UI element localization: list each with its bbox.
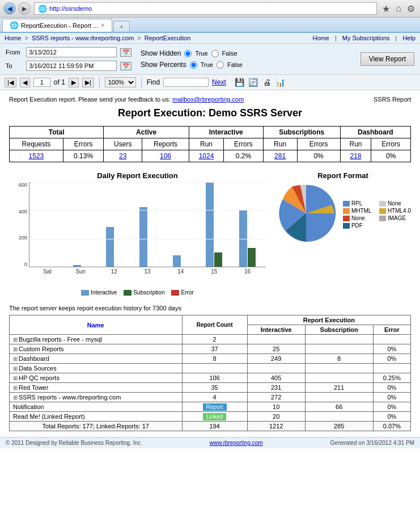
report-email-link[interactable]: mailbox@rbreporting.com	[172, 96, 244, 103]
nav-home[interactable]: Home	[313, 35, 329, 41]
col-active: Active	[104, 127, 189, 138]
address-bar[interactable]: 🌐 http://ssrsdemo	[34, 2, 377, 15]
from-input[interactable]	[26, 47, 117, 57]
from-calendar-button[interactable]: 📅	[120, 48, 131, 57]
row-notification-interactive: 10	[247, 402, 305, 412]
sub-run3: Run	[340, 138, 371, 150]
legend-html4-color	[379, 208, 386, 214]
sub-errors4: Errors	[371, 138, 411, 150]
forward-button[interactable]: ▶	[18, 2, 31, 15]
percents-false-label: False	[227, 61, 243, 68]
sub-users: Users	[104, 138, 142, 150]
export-icon[interactable]: 💾	[234, 77, 245, 88]
val-run3[interactable]: 218	[340, 150, 371, 162]
total-count: 194	[182, 422, 247, 431]
row-custom-interactive: 25	[247, 344, 305, 354]
to-label: To	[6, 62, 23, 69]
data-col-error: Error	[373, 325, 410, 335]
page-number-input[interactable]	[33, 78, 50, 87]
legend-mhtml: MHTML	[343, 208, 375, 214]
tab-new[interactable]: +	[113, 21, 129, 32]
val-users[interactable]: 23	[104, 150, 142, 162]
table-row: ⊞Dashboard 8 249 8 0%	[10, 354, 411, 364]
prev-page-button[interactable]: ◀	[20, 78, 30, 87]
zoom-select[interactable]: 100% 75% 50%	[105, 77, 136, 87]
bar-15-subscription	[214, 252, 222, 267]
breadcrumb-ssrs[interactable]: SSRS reports - www.rbreporting.com	[32, 35, 134, 41]
breadcrumb-home[interactable]: Home	[5, 35, 21, 41]
view-report-button[interactable]: View Report	[360, 52, 414, 66]
browser-titlebar: ◀ ▶ 🌐 http://ssrsdemo ★ ⌂ ⚙	[0, 0, 420, 18]
toolbar-icons: 💾 🔄 🖨 📊	[234, 77, 286, 88]
val-reports[interactable]: 106	[142, 150, 189, 162]
val-requests[interactable]: 1523	[10, 150, 63, 162]
favorites-icon[interactable]: ★	[380, 3, 392, 14]
val-run2[interactable]: 281	[263, 150, 297, 162]
row-hpqc-subscription	[305, 373, 373, 383]
percents-false-radio[interactable]	[217, 61, 224, 69]
view-icon[interactable]: 📊	[275, 77, 286, 88]
pie-chart-title: Report Format	[275, 171, 411, 180]
last-page-button[interactable]: ▶|	[82, 78, 94, 87]
xlabel-14: 14	[166, 268, 196, 275]
row-redtower-interactive: 231	[247, 383, 305, 393]
xlabel-sun: Sun	[66, 268, 96, 275]
hidden-false-label: False	[222, 50, 237, 57]
footer-right: Generated on 3/16/2012 4:31 PM	[330, 440, 414, 446]
find-input[interactable]	[163, 78, 209, 87]
back-button[interactable]: ◀	[3, 2, 16, 15]
legend-image-color	[379, 216, 386, 221]
to-calendar-button[interactable]: 📅	[120, 62, 131, 70]
tab-active[interactable]: 🌐 ReportExecution - Report ... ✕	[2, 19, 112, 32]
charts-area: Daily Report Execution 600 400 200 0	[9, 171, 411, 296]
table-row: ⊞HP QC reports 106 405 0.25%	[10, 373, 411, 383]
nav-help[interactable]: Help	[402, 35, 415, 41]
table-row: ⊞SSRS reports - www.rbreporting.com 4 27…	[10, 393, 411, 402]
data-col-execution: Report Execution	[247, 315, 410, 325]
tab-close-icon[interactable]: ✕	[100, 22, 105, 28]
report-title: Report Execution: Demo SSRS Server	[9, 107, 411, 119]
next-page-button[interactable]: ▶	[69, 78, 79, 87]
browser-controls: ◀ ▶	[3, 2, 31, 15]
refresh-icon[interactable]: 🔄	[248, 77, 259, 88]
home-icon[interactable]: ⌂	[394, 3, 403, 14]
report-header-info: Report Execution report. Please send you…	[9, 96, 411, 103]
row-notification-count: Report	[182, 402, 247, 412]
legend-rpl-color	[343, 201, 350, 207]
footer-link[interactable]: www.rbreporting.com	[210, 440, 263, 446]
browser-actions: ★ ⌂ ⚙	[380, 3, 417, 14]
table-row: ⊞Red Tower 35 231 211 0%	[10, 383, 411, 393]
legend-mhtml-color	[343, 208, 350, 214]
to-input[interactable]	[26, 61, 117, 71]
percents-true-label: True	[201, 61, 213, 68]
bar-14	[166, 255, 196, 267]
xlabel-13: 13	[133, 268, 163, 275]
col-total: Total	[10, 127, 104, 138]
xlabel-15: 15	[199, 268, 229, 275]
hidden-true-radio[interactable]	[184, 50, 192, 57]
xlabel-sat: Sat	[32, 268, 62, 275]
legend-interactive-label: Interactive	[91, 289, 117, 296]
footer: © 2011 Designed by Reliable Business Rep…	[0, 437, 420, 448]
val-run1[interactable]: 1024	[189, 150, 223, 162]
nav-subscriptions[interactable]: My Subscriptions	[342, 35, 390, 41]
next-find-label[interactable]: Next	[212, 78, 226, 86]
table-row: ⊞Custom Reports 37 25 0%	[10, 344, 411, 354]
xlabel-12: 12	[99, 268, 129, 275]
breadcrumb-exec[interactable]: ReportExecution	[145, 35, 190, 41]
percents-true-radio[interactable]	[190, 61, 197, 69]
sub-errors3: Errors	[297, 138, 340, 150]
first-page-button[interactable]: |◀	[5, 78, 16, 87]
row-datasources-subscription	[305, 364, 373, 373]
settings-icon[interactable]: ⚙	[405, 3, 417, 14]
row-hpqc-interactive: 405	[247, 373, 305, 383]
show-hidden-row: Show Hidden True False	[141, 49, 243, 57]
toolbar-separator	[99, 77, 100, 87]
form-area: From 📅 To 📅 Show Hidden True False Show …	[0, 44, 420, 75]
bar-13	[133, 207, 163, 267]
print-icon[interactable]: 🖨	[261, 77, 273, 88]
bar-12	[99, 227, 129, 267]
table-row: Read Me! (Linked Report) Linked 20 0%	[10, 412, 411, 422]
hidden-false-radio[interactable]	[211, 50, 219, 57]
row-notification-name: Notification	[10, 402, 183, 412]
